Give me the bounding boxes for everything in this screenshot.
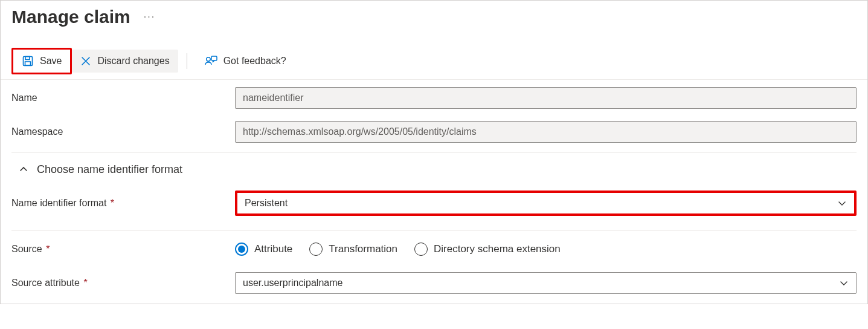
source-attribute-value: user.userprincipalname — [243, 278, 342, 288]
source-label-text: Source — [11, 244, 42, 254]
name-id-format-label-text: Name identifier format — [11, 198, 106, 208]
save-button-label: Save — [40, 56, 62, 67]
svg-point-3 — [206, 57, 210, 61]
radio-icon — [235, 243, 248, 256]
required-star: * — [83, 278, 87, 288]
row-namespace: Namespace — [11, 116, 857, 153]
required-star: * — [111, 198, 114, 208]
source-attribute-label: Source attribute * — [11, 278, 235, 288]
name-label: Name — [11, 93, 235, 103]
namespace-input[interactable] — [235, 121, 857, 143]
collapser-label: Choose name identifier format — [37, 163, 182, 176]
source-radio-transformation-label: Transformation — [329, 243, 397, 255]
toolbar: Save Discard changes Got feedback? — [1, 43, 867, 80]
header: Manage claim ··· — [1, 1, 867, 43]
name-id-format-dropdown[interactable]: Persistent — [237, 193, 854, 213]
close-icon — [80, 56, 91, 67]
name-input[interactable] — [235, 87, 857, 109]
save-icon — [22, 55, 34, 67]
radio-icon — [309, 243, 323, 256]
manage-claim-panel: Manage claim ··· Save — [0, 0, 868, 304]
name-id-format-label: Name identifier format * — [11, 198, 235, 209]
feedback-button-label: Got feedback? — [223, 56, 286, 67]
radio-icon — [414, 243, 428, 256]
source-radio-attribute-label: Attribute — [254, 243, 292, 255]
form: Name Namespace Choose name identifier fo… — [1, 80, 867, 304]
row-source: Source * Attribute Transformation Direc — [11, 231, 857, 267]
source-radio-directory-label: Directory schema extension — [434, 243, 561, 255]
row-name: Name — [11, 80, 857, 116]
chevron-down-icon — [837, 198, 847, 208]
svg-rect-2 — [25, 62, 31, 65]
name-id-format-highlight: Persistent — [235, 191, 857, 216]
discard-button[interactable]: Discard changes — [72, 50, 178, 73]
svg-rect-4 — [211, 56, 217, 60]
row-source-attribute: Source attribute * user.userprincipalnam… — [11, 267, 857, 304]
discard-button-label: Discard changes — [97, 56, 169, 67]
name-id-format-collapser[interactable]: Choose name identifier format — [11, 153, 857, 186]
chevron-up-icon — [19, 164, 28, 174]
source-radio-transformation[interactable]: Transformation — [309, 243, 397, 256]
feedback-button[interactable]: Got feedback? — [196, 50, 295, 73]
name-id-format-value: Persistent — [245, 198, 288, 209]
chevron-down-icon — [839, 278, 849, 288]
save-button-highlight: Save — [11, 48, 72, 74]
source-attribute-label-text: Source attribute — [11, 278, 80, 288]
save-button[interactable]: Save — [13, 50, 70, 73]
page-title: Manage claim — [11, 7, 130, 27]
namespace-label: Namespace — [11, 126, 235, 137]
source-radio-attribute[interactable]: Attribute — [235, 243, 292, 256]
source-attribute-dropdown[interactable]: user.userprincipalname — [235, 272, 857, 294]
feedback-icon — [204, 55, 217, 67]
source-radio-group: Attribute Transformation Directory schem… — [235, 243, 561, 256]
row-name-id-format: Name identifier format * Persistent — [11, 186, 857, 231]
svg-rect-1 — [25, 57, 30, 60]
source-radio-directory[interactable]: Directory schema extension — [414, 243, 561, 256]
source-label: Source * — [11, 244, 235, 255]
more-actions-button[interactable]: ··· — [144, 11, 155, 22]
toolbar-divider — [187, 53, 187, 69]
required-star: * — [46, 244, 50, 254]
